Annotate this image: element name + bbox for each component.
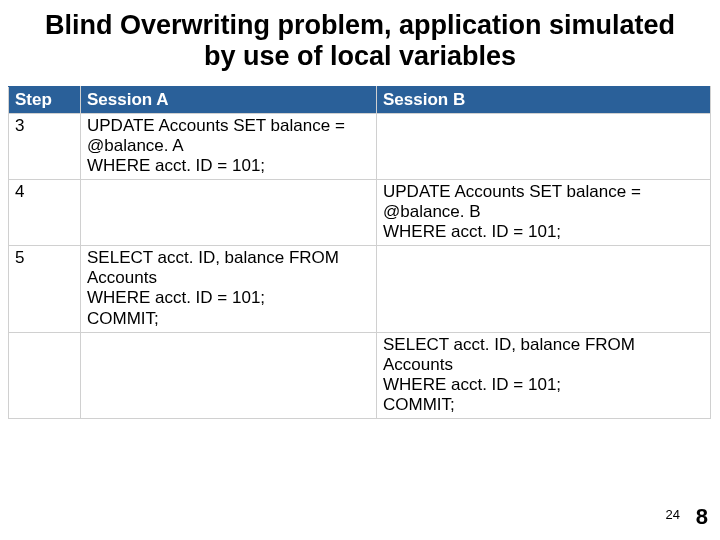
table-row: 5 SELECT acct. ID, balance FROM Accounts… — [9, 246, 711, 332]
cell-session-b: UPDATE Accounts SET balance = @balance. … — [377, 180, 711, 246]
cell-session-a: SELECT acct. ID, balance FROM Accounts W… — [81, 246, 377, 332]
cell-session-b — [377, 246, 711, 332]
header-step: Step — [9, 87, 81, 114]
cell-step: 5 — [9, 246, 81, 332]
cell-step: 3 — [9, 114, 81, 180]
cell-session-a — [81, 332, 377, 418]
table-row: 4 UPDATE Accounts SET balance = @balance… — [9, 180, 711, 246]
cell-session-b: SELECT acct. ID, balance FROM Accounts W… — [377, 332, 711, 418]
cell-session-a — [81, 180, 377, 246]
cell-session-b — [377, 114, 711, 180]
table-header-row: Step Session A Session B — [9, 87, 711, 114]
cell-session-a: UPDATE Accounts SET balance = @balance. … — [81, 114, 377, 180]
page-number-big: 8 — [696, 504, 708, 530]
slide-title: Blind Overwriting problem, application s… — [0, 0, 720, 86]
header-session-a: Session A — [81, 87, 377, 114]
header-session-b: Session B — [377, 87, 711, 114]
sql-steps-table: Step Session A Session B 3 UPDATE Accoun… — [8, 86, 711, 419]
cell-step — [9, 332, 81, 418]
page-number-small: 24 — [666, 507, 680, 522]
table-row: 3 UPDATE Accounts SET balance = @balance… — [9, 114, 711, 180]
cell-step: 4 — [9, 180, 81, 246]
table-row: SELECT acct. ID, balance FROM Accounts W… — [9, 332, 711, 418]
